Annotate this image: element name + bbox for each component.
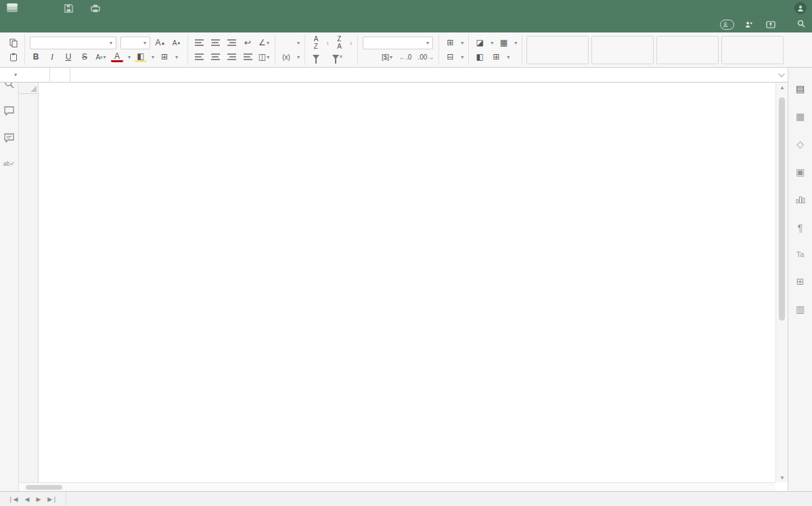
add-sheet-button[interactable] [66,492,86,506]
borders-button[interactable]: ⊞ [158,51,171,63]
font-group: ▾ ▾ A▲ A▲ B I U S Ax▾ A▾ ◧▾ ⊞▾ [25,34,188,65]
paragraph-settings-icon[interactable]: ¶ [798,223,803,233]
redo-icon[interactable] [143,2,156,14]
spreadsheet-editor-window: ▾ ▾ A▲ A▲ B I U S Ax▾ A▾ ◧▾ ⊞▾ ↩ [0,0,812,506]
font-size-select[interactable]: ▾ [120,37,150,49]
bold-button[interactable]: B [30,51,42,63]
text-orientation-icon[interactable]: ∠▾ [258,37,270,49]
subscript-button[interactable]: Ax▾ [95,51,107,63]
formula-input[interactable] [70,68,773,82]
named-ranges-button[interactable]: (x) [280,51,292,63]
chat-icon[interactable] [4,133,14,145]
insert-cells-button[interactable]: ⊞ [444,37,456,49]
prev-sheet-icon[interactable]: ◀ [24,496,29,503]
vertical-scroll-thumb[interactable] [779,97,785,321]
copy-style-button[interactable]: ◧ [474,51,486,63]
pivot-settings-icon[interactable]: ⊞ [796,277,805,286]
cell-styles-gallery [522,34,788,65]
delete-cells-button[interactable]: ⊟ [444,51,456,63]
increase-font-icon[interactable]: A▲ [154,37,166,49]
align-top-icon[interactable] [193,37,205,49]
undo-icon[interactable] [116,2,129,14]
align-middle-icon[interactable] [209,37,221,49]
font-color-button[interactable]: A [111,52,123,62]
cell-style-neutral[interactable] [591,36,654,64]
sort-desc-icon[interactable]: ZA [334,37,346,49]
menu-bar [0,16,812,32]
filter-icon[interactable] [310,51,322,63]
next-sheet-icon[interactable]: ▶ [36,496,41,503]
clipboard-group [3,34,25,65]
clear-filter-icon[interactable]: ✕ [332,51,344,63]
table-template-button[interactable]: ⊞ [490,51,502,63]
search-icon[interactable] [797,20,805,29]
last-sheet-icon[interactable]: ▶❘ [47,496,57,503]
vertical-scrollbar[interactable]: ▲ ▼ [775,83,788,482]
horizontal-scroll-thumb[interactable] [26,485,62,490]
scroll-up-icon[interactable]: ▲ [776,83,788,92]
number-format-select[interactable]: ▾ [363,37,433,49]
cells-group: ⊞▾ ⊟▾ [439,34,469,65]
textart-settings-icon[interactable]: Ta [796,251,805,258]
strikethrough-button[interactable]: S [78,51,91,63]
toolbar: ▾ ▾ A▲ A▲ B I U S Ax▾ A▾ ◧▾ ⊞▾ ↩ [0,32,812,68]
cell-style-good[interactable] [721,36,784,64]
function-group: ▾ (x)▾ [275,34,305,65]
comments-icon[interactable] [4,106,14,118]
decrease-font-icon[interactable]: A▲ [171,37,183,49]
align-bottom-icon[interactable] [225,37,238,49]
active-users-badge[interactable] [720,20,734,30]
underline-button[interactable]: U [62,51,74,63]
shape-settings-icon[interactable]: ◇ [796,139,804,149]
alignment-group: ↩ ∠▾ ◫▾ [188,34,275,65]
fill-color-button[interactable]: ◧ [135,52,147,62]
select-all-corner[interactable] [19,83,39,94]
wrap-text-icon[interactable]: ↩ [242,37,254,49]
horizontal-scrollbar[interactable] [19,482,775,491]
number-format-group: ▾ [$]▾ ←.0 .00→ [358,34,439,65]
font-name-select[interactable]: ▾ [30,37,116,49]
italic-button[interactable]: I [46,51,58,63]
cell-style-normal[interactable] [526,36,589,64]
accounting-style-icon[interactable]: [$]▾ [381,51,393,63]
align-left-icon[interactable] [193,51,205,63]
sort-asc-icon[interactable]: AZ [310,37,322,49]
justify-icon[interactable] [242,51,254,63]
insert-function-icon[interactable] [50,68,70,82]
align-center-icon[interactable] [209,51,221,63]
decrease-decimal-icon[interactable]: ←.0 [399,51,411,63]
spellcheck-icon[interactable]: ab✓ [3,160,16,167]
user-avatar[interactable] [794,2,807,14]
format-as-table-button[interactable]: ▦ [497,37,510,49]
onlyoffice-logo-icon [7,3,18,13]
autosum-button[interactable] [280,37,292,49]
right-settings-panel: ▤ ▦ ◇ ▣ ¶ Ta ⊞ ▥ [788,68,812,491]
cell-style-bad[interactable] [656,36,719,64]
align-right-icon[interactable] [225,51,238,63]
print-icon[interactable] [89,2,102,14]
share-button[interactable] [745,21,755,28]
percent-style-icon[interactable] [363,51,375,63]
clear-button[interactable]: ◪ [474,37,486,49]
paste-button[interactable] [7,51,20,63]
merge-cells-icon[interactable]: ◫▾ [258,51,270,63]
copy-button[interactable] [7,37,20,49]
table-settings-icon[interactable]: ▦ [796,112,805,121]
open-file-location-icon[interactable] [766,21,775,28]
cell-settings-icon[interactable]: ▤ [796,84,805,93]
formula-bar: ▾ [0,68,788,83]
increase-decimal-icon[interactable]: .00→ [418,51,434,63]
first-sheet-icon[interactable]: ❘◀ [8,496,18,503]
save-icon[interactable] [62,2,74,14]
image-settings-icon[interactable]: ▣ [796,167,805,177]
slicer-settings-icon[interactable]: ▥ [796,304,805,314]
name-box[interactable]: ▾ [0,68,50,82]
expand-formula-bar-icon[interactable] [773,68,788,82]
left-sidebar: ab✓ [0,68,19,491]
title-bar [0,0,812,16]
sort-filter-group: AZ↓ ZA↓ ✕ [305,34,358,65]
chart-settings-icon[interactable] [796,195,805,205]
status-bar: ❘◀ ◀ ▶ ▶❘ [0,491,812,506]
app-logo [7,3,22,13]
scroll-down-icon[interactable]: ▼ [776,473,788,482]
